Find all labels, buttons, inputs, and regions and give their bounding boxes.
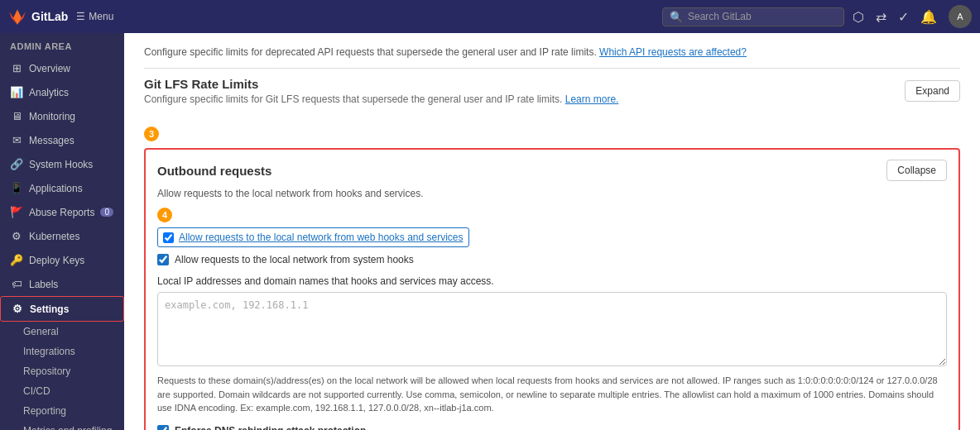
sidebar-item-label: Messages	[29, 135, 74, 146]
lfs-section-title: Git LFS Rate Limits	[144, 77, 618, 91]
sidebar-item-label: Kubernetes	[29, 231, 79, 242]
page-layout: Admin Area ⊞ Overview 📊 Analytics 🖥 Moni…	[0, 33, 980, 430]
sidebar-item-deploy-keys[interactable]: 🔑 Deploy Keys	[0, 248, 124, 272]
local-ip-note: Requests to these domain(s)/address(es) …	[157, 374, 947, 415]
sidebar-sub-integrations[interactable]: Integrations	[0, 342, 124, 361]
sidebar-item-label: Settings	[30, 303, 69, 315]
sidebar-item-settings[interactable]: ⚙ Settings	[0, 296, 124, 322]
messages-icon: ✉	[10, 134, 23, 146]
kubernetes-icon: ⚙	[10, 230, 23, 242]
dns-section: Enforce DNS rebinding attack protection …	[157, 425, 947, 431]
overview-icon: ⊞	[10, 62, 23, 74]
top-navigation: GitLab ☰ Menu 🔍 ⬡ ⇄ ✓ 🔔 A	[0, 0, 980, 33]
sidebar-item-abuse-reports[interactable]: 🚩 Abuse Reports 0	[0, 200, 124, 224]
lfs-title: Git LFS Rate Limits Configure specific l…	[144, 77, 618, 105]
pipe-icon[interactable]: ⬡	[853, 9, 864, 25]
search-box[interactable]: 🔍	[662, 7, 844, 26]
local-ip-label: Local IP addresses and domain names that…	[157, 275, 947, 287]
monitoring-icon: 🖥	[10, 110, 23, 122]
alert-icon[interactable]: 🔔	[920, 9, 937, 25]
sidebar-item-system-hooks[interactable]: 🔗 System Hooks	[0, 152, 124, 176]
api-link[interactable]: Which API requests are affected?	[599, 46, 747, 58]
dns-checkbox-row: Enforce DNS rebinding attack protection	[157, 425, 947, 431]
sidebar-sub-reporting[interactable]: Reporting	[0, 401, 124, 421]
admin-area-header: Admin Area	[0, 33, 124, 56]
sidebar-sub-metrics[interactable]: Metrics and profiling	[0, 421, 124, 430]
sidebar-item-label: Abuse Reports	[29, 207, 94, 218]
dns-label: Enforce DNS rebinding attack protection	[175, 425, 366, 431]
sidebar-item-label: Labels	[29, 279, 58, 290]
local-ip-section: Local IP addresses and domain names that…	[157, 275, 947, 415]
nav-icons: ⬡ ⇄ ✓ 🔔 A	[853, 5, 972, 28]
outbound-desc: Allow requests to the local network from…	[157, 188, 947, 199]
outbound-title: Outbound requests	[157, 164, 271, 178]
abuse-badge: 0	[100, 208, 113, 217]
outbound-header: Outbound requests Collapse	[157, 160, 947, 181]
sidebar-item-applications[interactable]: 📱 Applications	[0, 176, 124, 200]
sidebar-item-labels[interactable]: 🏷 Labels	[0, 272, 124, 296]
step4-marker: 4	[157, 208, 172, 222]
dns-checkbox[interactable]	[157, 425, 169, 431]
checkbox-web-hooks[interactable]	[163, 232, 174, 243]
search-input[interactable]	[688, 11, 820, 22]
lfs-learn-more-link[interactable]: Learn more.	[565, 93, 619, 105]
lfs-section-desc: Configure specific limits for Git LFS re…	[144, 93, 618, 105]
checkbox-system-hooks[interactable]	[157, 254, 169, 265]
hooks-icon: 🔗	[10, 158, 23, 170]
checkbox2-label: Allow requests to the local network from…	[175, 254, 414, 265]
api-note: Configure specific limits for deprecated…	[144, 46, 960, 58]
brand-name: GitLab	[31, 10, 68, 23]
sidebar-item-monitoring[interactable]: 🖥 Monitoring	[0, 104, 124, 128]
step3-marker: 3	[144, 127, 159, 141]
sidebar-item-label: System Hooks	[29, 159, 93, 170]
sidebar-sub-general[interactable]: General	[0, 322, 124, 342]
checkbox1-label-link[interactable]: Allow requests to the local network from…	[179, 232, 464, 243]
abuse-icon: 🚩	[10, 206, 23, 218]
sidebar-item-messages[interactable]: ✉ Messages	[0, 128, 124, 152]
merge-icon[interactable]: ⇄	[876, 9, 886, 25]
settings-icon: ⚙	[11, 303, 24, 315]
sidebar-item-analytics[interactable]: 📊 Analytics	[0, 80, 124, 104]
sidebar-item-label: Overview	[29, 63, 70, 74]
search-icon: 🔍	[670, 11, 683, 23]
sidebar: Admin Area ⊞ Overview 📊 Analytics 🖥 Moni…	[0, 33, 124, 430]
lfs-header: Git LFS Rate Limits Configure specific l…	[144, 68, 960, 113]
outbound-section: Outbound requests Collapse Allow request…	[144, 148, 960, 430]
brand-logo[interactable]: GitLab	[8, 7, 68, 26]
sidebar-item-label: Applications	[29, 183, 83, 194]
sidebar-item-label: Analytics	[29, 87, 69, 98]
avatar[interactable]: A	[949, 5, 972, 28]
step4-marker-row: 4	[157, 208, 947, 222]
menu-button[interactable]: ☰ Menu	[76, 11, 113, 22]
checkbox1-container: Allow requests to the local network from…	[157, 227, 947, 247]
applications-icon: 📱	[10, 182, 23, 194]
sidebar-item-label: Monitoring	[29, 111, 75, 122]
expand-button[interactable]: Expand	[905, 80, 960, 102]
todo-icon[interactable]: ✓	[898, 9, 909, 25]
sidebar-item-label: Deploy Keys	[29, 255, 84, 266]
sidebar-sub-repository[interactable]: Repository	[0, 361, 124, 381]
collapse-button[interactable]: Collapse	[886, 160, 947, 181]
sidebar-item-overview[interactable]: ⊞ Overview	[0, 56, 124, 80]
lfs-section: Git LFS Rate Limits Configure specific l…	[144, 68, 960, 113]
checkbox2-row: Allow requests to the local network from…	[157, 254, 947, 265]
deploy-keys-icon: 🔑	[10, 254, 23, 266]
sidebar-sub-cicd[interactable]: CI/CD	[0, 381, 124, 401]
local-ip-textarea[interactable]	[157, 292, 947, 366]
main-content: Configure specific limits for deprecated…	[124, 33, 980, 430]
labels-icon: 🏷	[10, 278, 23, 290]
analytics-icon: 📊	[10, 86, 23, 98]
step3-marker-row: 3	[144, 127, 960, 141]
sidebar-item-kubernetes[interactable]: ⚙ Kubernetes	[0, 224, 124, 248]
